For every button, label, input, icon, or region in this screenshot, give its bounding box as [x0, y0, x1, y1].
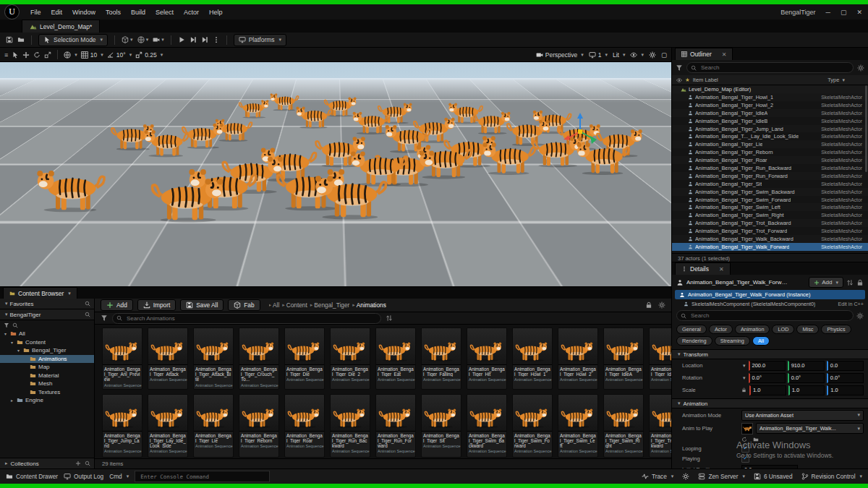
collections-footer[interactable]: ▸Collections	[0, 458, 94, 468]
lock-icon[interactable]	[645, 301, 652, 309]
view-mode-dropdown[interactable]: Lit▾	[613, 51, 626, 59]
category-chip[interactable]: LOD	[772, 325, 794, 334]
tiger-actor[interactable]	[31, 168, 107, 213]
outliner-root-row[interactable]: Level_Demo_Map (Editor)	[672, 85, 868, 93]
search-icon[interactable]	[85, 461, 90, 466]
folder-tree-item[interactable]: Material	[0, 372, 94, 380]
rotation-value-field[interactable]: 0.0°	[827, 373, 864, 383]
location-value-field[interactable]: 910.0	[788, 361, 825, 371]
outliner-row[interactable]: Animation_Bengal_Tiger_Sit SkeletalMeshA…	[672, 180, 868, 188]
settings-icon[interactable]	[658, 301, 665, 309]
asset-card[interactable]: Animation_Bengal_Tiger_Swim_Backward Ani…	[467, 394, 507, 458]
menu-item[interactable]: Select	[150, 9, 179, 16]
menu-item[interactable]: Window	[67, 9, 101, 16]
outliner-row[interactable]: Animation_Bengal_Tiger_Roar SkeletalMesh…	[672, 156, 868, 164]
search-icon[interactable]	[12, 322, 18, 328]
sort-icon[interactable]	[386, 314, 393, 322]
frame-skip-button[interactable]	[190, 36, 197, 43]
looping-checkbox[interactable]	[741, 445, 749, 453]
asset-card[interactable]: Animation_Bengal_Tiger_Falling Animation…	[421, 328, 461, 390]
maximize-button[interactable]: ▢	[841, 9, 847, 16]
location-value-field[interactable]: 200.0	[749, 361, 786, 371]
asset-card[interactable]: Animation_Bengal_Tiger_Lay_Idle_Look_Sid…	[148, 394, 188, 458]
asset-card[interactable]: Animation_Bengal_Tiger_Roar Animation Se…	[284, 394, 325, 458]
scale-value-field[interactable]: 1.0	[749, 385, 786, 395]
browse-icon[interactable]	[17, 36, 25, 43]
folder-tree-item[interactable]: ▾ Bengal_Tiger	[0, 346, 94, 355]
category-chip[interactable]: Animation	[735, 325, 770, 334]
asset-card[interactable]: Animation_Bengal_Tiger_Swim_Forward Anim…	[512, 394, 553, 458]
move-tool-icon[interactable]	[22, 51, 30, 59]
search-icon[interactable]	[85, 312, 90, 317]
outliner-row[interactable]: Animation_Bengal_Tiger_Jump_Land Skeleta…	[672, 125, 868, 133]
asset-card[interactable]: Animation_Bengal_Tiger_IdleB Animation S…	[649, 328, 671, 390]
asset-card[interactable]: Animation_Bengal_Tiger_Run_Backward Anim…	[330, 394, 370, 458]
save-icon[interactable]	[6, 36, 13, 43]
instance-row[interactable]: Animation_Bengal_Tiger_Walk_Forward (Ins…	[675, 290, 865, 299]
animation-section-header[interactable]: ▾Animation	[672, 398, 868, 408]
tiger-actor[interactable]	[293, 106, 333, 129]
asset-card[interactable]: Animation_Bengal_Tiger_Die Animation Seq…	[284, 328, 325, 390]
expand-arrow-icon[interactable]: ▸	[9, 398, 14, 403]
asset-card[interactable]: Animation_Bengal_Tiger_Howl_1 Animation …	[512, 328, 553, 390]
import-button[interactable]: Import	[137, 299, 176, 311]
folder-tree-item[interactable]: ▸ Engine	[0, 396, 94, 405]
animation-mode-dropdown[interactable]: Use Animation Asset▾	[741, 410, 864, 421]
editor-mode-dropdown[interactable]: Selection Mode ▾	[38, 34, 108, 46]
filter-icon[interactable]	[101, 314, 108, 322]
outliner-row[interactable]: Animation_Bengal_Tiger_Trot_Backward Ske…	[672, 219, 868, 227]
rotation-value-field[interactable]: 0.0°	[749, 373, 786, 383]
viewport-settings-icon[interactable]	[649, 51, 656, 59]
folder-tree-item[interactable]: Animations	[0, 355, 94, 364]
player-start-gizmo[interactable]: ▸	[276, 121, 289, 131]
add-button[interactable]: Add	[101, 299, 133, 311]
output-log-button[interactable]: Output Log	[64, 473, 103, 480]
outliner-row[interactable]: Animation_Bengal_Tiger_Run_Backward Skel…	[672, 164, 868, 172]
rotation-value-field[interactable]: 0.0°	[788, 373, 825, 383]
breadcrumb-item[interactable]: ▸ Animations	[352, 301, 386, 309]
category-chip[interactable]: Streaming	[715, 336, 750, 346]
console-input[interactable]	[139, 473, 265, 481]
category-chip[interactable]: Physics	[821, 325, 851, 334]
search-icon[interactable]	[85, 301, 90, 307]
category-chip[interactable]: Misc	[796, 325, 819, 334]
add-actor-icon[interactable]: ▾	[122, 36, 133, 43]
outliner-row[interactable]: Animation_Bengal_T..._Lay_Idle_Look_Side…	[672, 132, 868, 140]
browse-to-asset-icon[interactable]	[753, 437, 759, 442]
expand-arrow-icon[interactable]: ▾	[9, 340, 14, 345]
asset-card[interactable]: Animation_Bengal_Tiger_Howl_2 Animation …	[558, 328, 598, 390]
zen-server-dropdown[interactable]: Zen Server▾	[698, 473, 745, 480]
outliner-search[interactable]	[686, 62, 854, 73]
expand-arrow-icon[interactable]: ▾	[16, 348, 21, 353]
tiger-actor[interactable]	[309, 174, 388, 220]
asset-card[interactable]: Animation_Bengal_Tiger_Run_Forward Anima…	[375, 394, 416, 458]
asset-card[interactable]: Animation_Bengal_Tiger_Attack_Bite Anima…	[193, 328, 234, 390]
tiger-actor[interactable]	[150, 176, 229, 223]
outliner-row[interactable]: Animation_Bengal_Tiger_IdleA SkeletalMes…	[672, 109, 868, 117]
outliner-row[interactable]: Animation_Bengal_Tiger_Run_Forward Skele…	[672, 172, 868, 180]
asset-card[interactable]: Animation_Bengal_Tiger_Die_2 Animation S…	[330, 328, 370, 390]
category-chip[interactable]: Actor	[709, 325, 733, 334]
level-tab[interactable]: Level_Demo_Map*	[22, 20, 100, 33]
platforms-dropdown[interactable]: Platforms ▾	[234, 34, 286, 46]
menu-item[interactable]: Actor	[179, 9, 204, 16]
outliner-row[interactable]: Animation_Bengal_Tiger_Swim_Forward Skel…	[672, 196, 868, 204]
console-input-field[interactable]	[135, 471, 270, 482]
anim-asset-dropdown[interactable]: Animation_Bengal_Tiger_Walk...▾	[756, 423, 864, 434]
minimize-button[interactable]: ─	[826, 9, 830, 16]
asset-card[interactable]: Animation_Bengal_Tiger_Eat Animation Seq…	[375, 328, 416, 390]
outliner-row[interactable]: Animation_Bengal_Tiger_Howl_2 SkeletalMe…	[672, 101, 868, 109]
asset-card[interactable]: Animation_Bengal_Tiger_Sit Animation Seq…	[421, 394, 461, 458]
viewport-menu-icon[interactable]: ≡	[4, 51, 8, 59]
tiger-actor[interactable]	[140, 129, 190, 158]
asset-card[interactable]: Animation_Bengal_Tiger_Swim_Right Animat…	[603, 394, 644, 458]
level-viewport[interactable]: ≡ ▾ 10▾ 10°▾ 0.25▾ Perspectiv	[0, 48, 671, 286]
asset-card[interactable]: Animation_Bengal_Tiger_Hit Animation Seq…	[467, 328, 507, 390]
asset-card[interactable]: Animation_Bengal_Tiger_Lie Animation Seq…	[193, 394, 234, 458]
scale-value-field[interactable]: 1.0	[827, 385, 864, 395]
folder-tree-item[interactable]: Textures	[0, 388, 94, 397]
details-search[interactable]	[676, 310, 854, 321]
transform-gizmo[interactable]	[558, 110, 602, 153]
play-options-button[interactable]	[201, 36, 208, 43]
close-icon[interactable]: ✕	[719, 266, 724, 273]
